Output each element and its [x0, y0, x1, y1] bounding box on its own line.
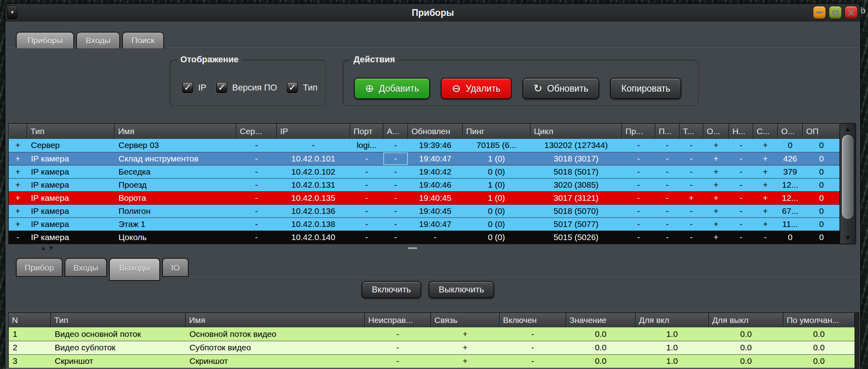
cell[interactable]: 2 — [9, 341, 51, 354]
refresh-button[interactable]: ↻Обновить — [522, 78, 600, 99]
cell[interactable]: - — [350, 217, 383, 231]
tab-inputs[interactable]: Входы — [76, 32, 120, 48]
turn-on-button[interactable]: Включить — [361, 281, 421, 298]
cell[interactable]: - — [655, 139, 679, 152]
cell[interactable]: 0 — [803, 191, 840, 204]
cell[interactable]: 10.42.0.101 — [277, 152, 350, 165]
cell[interactable]: - — [365, 341, 431, 354]
detail-tab-device[interactable]: Прибор — [16, 258, 63, 277]
cell[interactable]: 1.0 — [635, 354, 709, 368]
cell[interactable]: + — [703, 165, 729, 178]
cell[interactable]: - — [277, 139, 350, 152]
cell[interactable]: - — [236, 165, 277, 178]
column-header[interactable]: Порт — [350, 124, 383, 139]
cell[interactable]: Основной поток видео — [185, 327, 365, 341]
cell[interactable]: 0.0 — [566, 354, 635, 368]
column-header[interactable]: Н... — [729, 124, 753, 139]
cell[interactable]: 0 — [778, 231, 803, 244]
cell[interactable]: - — [729, 217, 753, 231]
cell[interactable]: + — [431, 341, 499, 354]
cell[interactable]: + — [753, 165, 778, 178]
cell[interactable]: - — [9, 231, 27, 244]
cell[interactable]: + — [703, 152, 729, 165]
cell[interactable]: + — [9, 191, 27, 204]
cell[interactable]: + — [431, 354, 499, 368]
minimize-button[interactable] — [813, 6, 826, 19]
cell[interactable]: 12... — [778, 178, 803, 191]
cell[interactable]: 1 (0) — [463, 178, 530, 191]
cell[interactable]: IP камера — [27, 204, 115, 217]
column-header[interactable]: А... — [383, 124, 408, 139]
cell[interactable]: 0 (0) — [463, 217, 530, 231]
cell[interactable]: 10.42.0.135 — [277, 191, 350, 204]
output-row[interactable]: 2Видео субпотокСубпоток видео-+-0.01.00.… — [9, 341, 855, 354]
detail-tab-io[interactable]: IO — [162, 258, 188, 277]
splitter-grip[interactable] — [407, 247, 418, 250]
cell[interactable]: - — [236, 152, 277, 165]
cell[interactable]: 0 — [803, 139, 840, 152]
column-header[interactable]: По умолчан... — [783, 313, 855, 327]
scroll-up-icon[interactable]: ▲ — [840, 125, 855, 134]
cell[interactable]: Беседка — [115, 165, 236, 178]
cell[interactable]: 12... — [778, 191, 803, 204]
cell[interactable]: Склад инструментов — [115, 152, 236, 165]
cell[interactable]: + — [431, 327, 499, 341]
detail-tab-outputs[interactable]: Выходы — [109, 258, 161, 281]
cell[interactable]: - — [679, 165, 703, 178]
column-header[interactable]: С... — [753, 124, 778, 139]
column-header[interactable]: Значение — [566, 313, 635, 327]
cell[interactable]: 0.0 — [709, 354, 783, 368]
cell[interactable]: - — [622, 139, 655, 152]
cell[interactable]: - — [383, 204, 408, 217]
output-row[interactable]: 1Видео основной потокОсновной поток виде… — [9, 327, 855, 341]
cell[interactable]: 19:40:45 — [408, 191, 463, 204]
cell[interactable]: 1.0 — [635, 341, 709, 354]
output-row[interactable]: 3СкриншотСкриншот-+-0.01.00.00.0 — [9, 354, 855, 368]
cell[interactable]: + — [753, 204, 778, 217]
maximize-button[interactable] — [829, 6, 842, 19]
column-header[interactable]: О... — [703, 124, 729, 139]
device-row[interactable]: +IP камераСклад инструментов-10.42.0.101… — [9, 152, 840, 165]
cell[interactable]: - — [679, 178, 703, 191]
cell[interactable]: - — [655, 152, 679, 165]
cell[interactable]: - — [236, 139, 277, 152]
cell[interactable]: 0 — [803, 217, 840, 231]
cell[interactable]: 5015 (5026) — [530, 231, 622, 244]
cell[interactable]: Полигон — [115, 204, 236, 217]
splitter-up-icon[interactable]: ▲ — [40, 244, 48, 251]
column-header[interactable]: Включен — [499, 313, 566, 327]
cell[interactable]: - — [350, 165, 383, 178]
cell[interactable]: - — [679, 152, 703, 165]
cell[interactable]: - — [622, 165, 655, 178]
column-header[interactable]: IP — [277, 124, 350, 139]
cell[interactable]: 1.0 — [635, 327, 709, 341]
cell[interactable]: 3018 (3017) — [530, 152, 622, 165]
cell[interactable]: - — [408, 231, 463, 244]
copy-button[interactable]: Копировать — [610, 78, 681, 99]
cell[interactable]: + — [753, 191, 778, 204]
cell[interactable]: - — [499, 354, 566, 368]
cell[interactable]: 3020 (3085) — [530, 178, 622, 191]
cell[interactable]: - — [236, 217, 277, 231]
column-header[interactable]: Цикл — [530, 124, 622, 139]
cell[interactable]: 426 — [778, 152, 803, 165]
cell[interactable]: IP камера — [27, 152, 115, 165]
device-row[interactable]: +IP камераПроезд-10.42.0.131--19:40:461 … — [9, 178, 840, 191]
cell[interactable]: IP камера — [27, 178, 115, 191]
column-header[interactable]: Сер... — [236, 124, 277, 139]
cell[interactable]: - — [679, 204, 703, 217]
cell[interactable]: - — [622, 191, 655, 204]
cell[interactable]: Видео основной поток — [51, 327, 185, 341]
cell[interactable]: + — [9, 204, 27, 217]
cell[interactable]: 19:40:45 — [408, 204, 463, 217]
cell[interactable]: IP камера — [27, 165, 115, 178]
cell[interactable]: - — [753, 231, 778, 244]
cell[interactable]: - — [350, 231, 383, 244]
cell[interactable]: + — [679, 191, 703, 204]
add-button[interactable]: ⊕Добавить — [354, 78, 430, 99]
cell[interactable]: + — [9, 152, 27, 165]
cell[interactable]: - — [236, 204, 277, 217]
cell[interactable]: Сервер — [27, 139, 115, 152]
cell[interactable]: 19:40:46 — [408, 178, 463, 191]
cell[interactable]: 0 — [803, 165, 840, 178]
